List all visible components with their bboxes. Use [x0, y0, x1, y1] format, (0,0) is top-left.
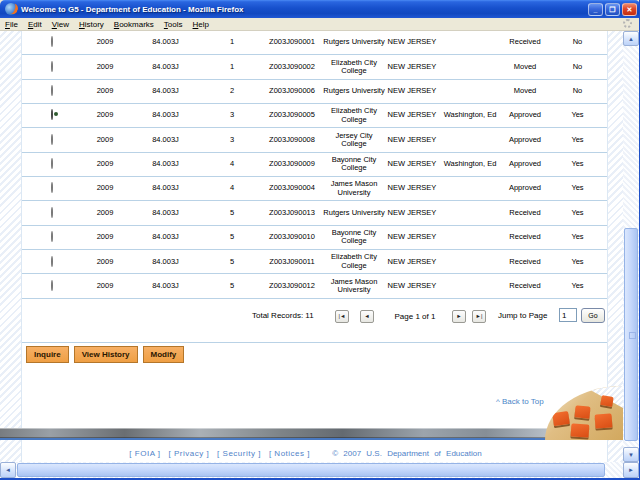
table-row: 2009 84.003J 4 Z003J090004 James Mason U… [22, 177, 607, 201]
cell-year: 2009 [81, 111, 129, 120]
maximize-button[interactable]: ❐ [605, 3, 620, 16]
firefox-icon [5, 3, 17, 15]
cell-status: Received [502, 282, 548, 291]
cell-flag: Yes [548, 184, 607, 193]
scroll-left-icon[interactable]: ◄ [0, 462, 16, 478]
prev-page-button[interactable]: ◄ [360, 310, 374, 323]
cell-priority: 5 [202, 233, 262, 242]
first-page-button[interactable]: |◄ [335, 310, 349, 323]
row-radio[interactable] [51, 207, 53, 218]
menu-file[interactable]: File [0, 19, 23, 30]
cell-state: NEW JERSEY [386, 233, 438, 242]
vertical-scroll-thumb[interactable] [624, 228, 638, 441]
menu-bookmarks[interactable]: Bookmarks [109, 19, 159, 30]
view-history-button[interactable]: View History [74, 346, 138, 363]
cell-state: NEW JERSEY [386, 282, 438, 291]
section-divider [22, 342, 607, 343]
menu-view[interactable]: View [47, 19, 74, 30]
row-radio[interactable] [51, 85, 53, 96]
table-row: 2009 84.003J 3 Z003J090005 Elizabeth Cit… [22, 104, 607, 128]
row-radio[interactable] [51, 280, 53, 291]
cell-institution: Rutgers University [322, 209, 386, 218]
footer-link-notices[interactable]: [ Notices ] [269, 449, 310, 458]
close-button[interactable]: ✕ [622, 3, 637, 16]
cell-flag: No [548, 38, 607, 47]
last-page-button[interactable]: ►| [472, 310, 486, 323]
cell-institution: Bayonne City College [322, 156, 386, 173]
cell-year: 2009 [81, 282, 129, 291]
cell-status: Received [502, 233, 548, 242]
horizontal-scroll-thumb[interactable] [17, 463, 605, 477]
next-page-button[interactable]: ► [452, 310, 466, 323]
row-radio[interactable] [51, 182, 53, 193]
page-indicator: Page 1 of 1 [384, 312, 446, 321]
cell-cfda: 84.003J [129, 63, 202, 72]
scroll-down-icon[interactable]: ▼ [623, 447, 639, 462]
menu-edit[interactable]: Edit [23, 19, 47, 30]
menu-bar: FileEditViewHistoryBookmarksToolsHelp [0, 18, 640, 31]
cell-cfda: 84.003J [129, 87, 202, 96]
cell-cfda: 84.003J [129, 258, 202, 267]
cell-year: 2009 [81, 184, 129, 193]
title-bar[interactable]: Welcome to G5 - Department of Education … [0, 0, 640, 18]
row-radio[interactable] [51, 36, 53, 47]
cell-app-number: Z003J090013 [262, 209, 322, 218]
cell-priority: 2 [202, 87, 262, 96]
cell-app-number: Z003J090001 [262, 38, 322, 47]
row-radio[interactable] [51, 158, 53, 169]
cell-year: 2009 [81, 136, 129, 145]
cell-status: Approved [502, 111, 548, 120]
cell-status: Received [502, 209, 548, 218]
cell-priority: 4 [202, 160, 262, 169]
cell-year: 2009 [81, 87, 129, 96]
cell-institution: Elizabeth City College [322, 59, 386, 76]
modify-button[interactable]: Modify [143, 346, 185, 363]
cell-year: 2009 [81, 63, 129, 72]
go-button[interactable]: Go [581, 308, 605, 323]
cell-flag: Yes [548, 111, 607, 120]
inquire-button[interactable]: Inquire [26, 346, 69, 363]
cell-cfda: 84.003J [129, 233, 202, 242]
footer-link-foia[interactable]: [ FOIA ] [129, 449, 160, 458]
results-table: 2009 84.003J 1 Z003J090001 Rutgers Unive… [22, 31, 607, 299]
row-radio[interactable] [51, 109, 53, 120]
page-content: 2009 84.003J 1 Z003J090001 Rutgers Unive… [0, 31, 623, 462]
cell-status: Approved [502, 184, 548, 193]
cell-app-number: Z003J090011 [262, 258, 322, 267]
scroll-up-icon[interactable]: ▲ [623, 31, 639, 46]
cell-cfda: 84.003J [129, 282, 202, 291]
footer-link-security[interactable]: [ Security ] [217, 449, 261, 458]
minimize-button[interactable]: _ [588, 3, 603, 16]
row-radio[interactable] [51, 61, 53, 72]
cell-state: NEW JERSEY [386, 87, 438, 96]
jump-to-page-input[interactable] [559, 308, 577, 322]
window-title: Welcome to G5 - Department of Education … [21, 5, 588, 14]
footer-link-privacy[interactable]: [ Privacy ] [168, 449, 209, 458]
horizontal-scrollbar[interactable]: ◄ ► [0, 462, 640, 478]
back-to-top-link[interactable]: ^ Back to Top [496, 397, 544, 406]
menu-tools[interactable]: Tools [159, 19, 188, 30]
cell-cfda: 84.003J [129, 111, 202, 120]
cell-priority: 3 [202, 136, 262, 145]
cell-flag: Yes [548, 136, 607, 145]
cell-priority: 5 [202, 282, 262, 291]
table-row: 2009 84.003J 5 Z003J090012 James Mason U… [22, 274, 607, 298]
action-buttons: Inquire View History Modify [26, 346, 184, 363]
vertical-scrollbar[interactable]: ▲ ▼ [623, 31, 639, 462]
row-radio[interactable] [51, 134, 53, 145]
cell-state: NEW JERSEY [386, 184, 438, 193]
menu-history[interactable]: History [74, 19, 109, 30]
cell-status: Approved [502, 136, 548, 145]
cell-institution: Elizabeth City College [322, 107, 386, 124]
cell-status: Received [502, 38, 548, 47]
cell-flag: No [548, 63, 607, 72]
footer-links: [ FOIA ][ Privacy ][ Security ][ Notices… [125, 449, 314, 458]
row-radio[interactable] [51, 231, 53, 242]
scroll-right-icon[interactable]: ► [623, 462, 639, 478]
cell-app-number: Z003J090006 [262, 87, 322, 96]
table-row: 2009 84.003J 5 Z003J090013 Rutgers Unive… [22, 201, 607, 225]
cell-year: 2009 [81, 258, 129, 267]
menu-help[interactable]: Help [188, 19, 214, 30]
row-radio[interactable] [51, 256, 53, 267]
cell-priority: 1 [202, 38, 262, 47]
